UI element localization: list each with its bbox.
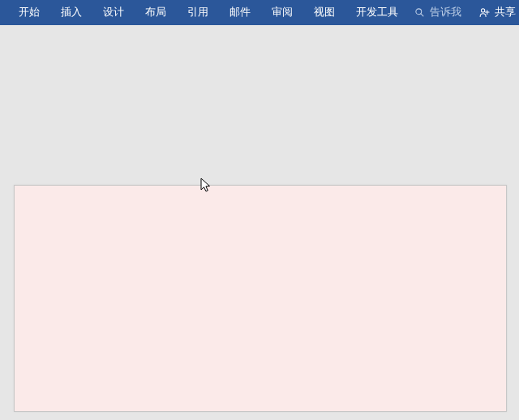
tab-developer[interactable]: 开发工具	[345, 0, 409, 25]
share-label: 共享	[495, 6, 516, 19]
tab-design[interactable]: 设计	[92, 0, 135, 25]
tab-references[interactable]: 引用	[177, 0, 219, 25]
tab-review[interactable]: 审阅	[261, 0, 303, 25]
tab-view[interactable]: 视图	[303, 0, 345, 25]
tab-home[interactable]: 开始	[8, 0, 50, 25]
search-icon	[414, 7, 425, 19]
svg-point-2	[481, 9, 484, 12]
tell-me-placeholder: 告诉我	[430, 6, 461, 19]
tell-me-search[interactable]: 告诉我	[409, 0, 470, 25]
ribbon-tabs: 开始 插入 设计 布局 引用 邮件 审阅 视图 开发工具 告诉我	[0, 0, 470, 25]
tab-mailings[interactable]: 邮件	[219, 0, 261, 25]
share-icon	[478, 6, 491, 19]
document-page[interactable]	[14, 185, 507, 412]
document-workspace	[0, 25, 519, 420]
tab-insert[interactable]: 插入	[50, 0, 92, 25]
tab-layout[interactable]: 布局	[135, 0, 177, 25]
share-button[interactable]: 共享	[471, 0, 519, 25]
ribbon-tab-bar: 开始 插入 设计 布局 引用 邮件 审阅 视图 开发工具 告诉我	[0, 0, 519, 25]
svg-line-1	[420, 14, 422, 16]
